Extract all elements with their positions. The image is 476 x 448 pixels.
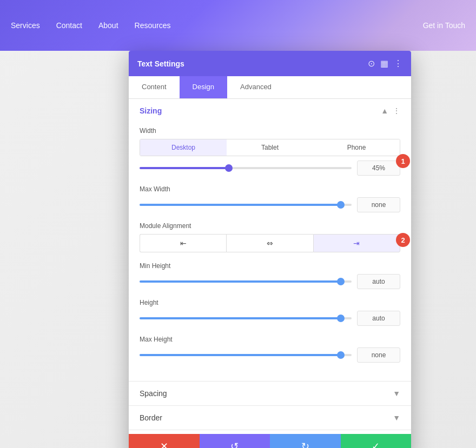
min-height-slider-row: auto (140, 274, 400, 289)
align-left-btn[interactable]: ⇤ (140, 234, 226, 252)
max-height-slider-row: none (140, 347, 400, 363)
width-slider-row: 45% (140, 161, 400, 176)
panel-body: Sizing ▲ ⋮ Width Desktop Tablet Phone (129, 99, 411, 434)
columns-icon[interactable]: ▦ (380, 58, 388, 69)
max-height-slider-thumb[interactable] (337, 351, 345, 359)
min-height-input[interactable]: auto (357, 274, 400, 289)
device-tab-tablet[interactable]: Tablet (227, 139, 313, 156)
width-slider-thumb[interactable] (225, 164, 233, 172)
max-width-slider-track[interactable] (140, 204, 352, 206)
save-button[interactable]: ✓ (341, 434, 412, 448)
min-height-field: Min Height auto (140, 262, 400, 289)
border-title: Border (140, 413, 162, 422)
max-height-input[interactable]: none (357, 347, 400, 363)
sizing-section-toggle[interactable]: ▲ ⋮ (381, 106, 400, 115)
module-alignment-field: Module Alignment ⇤ ⇔ ⇥ 2 (140, 222, 400, 252)
panel-header: Text Settings ⊙ ▦ ⋮ (129, 51, 411, 76)
min-height-label: Min Height (140, 262, 400, 270)
badge-1: 1 (396, 154, 410, 168)
min-height-slider-fill (140, 280, 341, 283)
device-tab-phone[interactable]: Phone (313, 139, 400, 156)
device-tab-desktop[interactable]: Desktop (140, 139, 227, 156)
undo-button[interactable]: ↺ (200, 434, 270, 448)
height-label: Height (140, 299, 400, 306)
spacing-section[interactable]: Spacing ▼ (129, 382, 411, 406)
height-slider-track[interactable] (140, 317, 352, 319)
max-height-slider-track[interactable] (140, 354, 352, 356)
align-right-btn[interactable]: ⇥ (313, 234, 400, 252)
tab-content[interactable]: Content (129, 76, 180, 98)
nav-resources[interactable]: Resources (135, 21, 171, 30)
sizing-section: Sizing ▲ ⋮ Width Desktop Tablet Phone (129, 99, 411, 382)
border-chevron-icon: ▼ (393, 413, 400, 422)
text-settings-panel: Text Settings ⊙ ▦ ⋮ Content Design Advan… (129, 51, 411, 448)
nav-items: Services Contact About Resources (11, 21, 423, 30)
height-slider-thumb[interactable] (337, 315, 345, 322)
width-label: Width (140, 127, 400, 135)
min-height-slider-track[interactable] (140, 280, 352, 283)
tab-design[interactable]: Design (180, 76, 227, 98)
more-icon[interactable]: ⋮ (394, 58, 402, 69)
height-field: Height auto (140, 299, 400, 326)
tab-advanced[interactable]: Advanced (227, 76, 285, 98)
badge-2: 2 (396, 233, 410, 247)
nav-contact[interactable]: Contact (56, 21, 82, 30)
max-height-slider-fill (140, 354, 341, 356)
max-width-input[interactable]: none (357, 197, 400, 212)
max-width-field: Max Width none (140, 185, 400, 212)
chevron-up-icon: ▲ (381, 106, 388, 115)
width-slider-fill (140, 167, 229, 169)
height-slider-row: auto (140, 311, 400, 326)
min-height-slider-thumb[interactable] (337, 278, 345, 285)
max-width-slider-fill (140, 204, 341, 206)
max-width-slider-row: none (140, 197, 400, 212)
cancel-button[interactable]: ✕ (129, 434, 200, 448)
sizing-section-title: Sizing (140, 106, 162, 115)
sizing-section-header[interactable]: Sizing ▲ ⋮ (129, 99, 411, 123)
action-bar: ✕ ↺ ↻ ✓ (129, 434, 411, 448)
panel-header-icons: ⊙ ▦ ⋮ (368, 58, 402, 69)
max-width-label: Max Width (140, 185, 400, 193)
panel-title: Text Settings (137, 59, 184, 68)
box-shadow-section[interactable]: Box Shadow ▼ (129, 430, 411, 434)
alignment-row: ⇤ ⇔ ⇥ (140, 234, 400, 252)
nav-cta[interactable]: Get in Touch (423, 21, 465, 30)
width-device-tabs: Desktop Tablet Phone (140, 139, 400, 156)
nav-bar: Services Contact About Resources Get in … (0, 0, 476, 51)
align-center-btn[interactable]: ⇔ (226, 234, 313, 252)
nav-services[interactable]: Services (11, 21, 40, 30)
viewport-icon[interactable]: ⊙ (368, 58, 375, 69)
spacing-chevron-icon: ▼ (393, 389, 400, 398)
width-slider-track[interactable] (140, 167, 352, 169)
nav-about[interactable]: About (98, 21, 118, 30)
module-alignment-label: Module Alignment (140, 222, 400, 230)
max-height-field: Max Height none (140, 336, 400, 363)
sizing-more-icon[interactable]: ⋮ (393, 106, 400, 115)
sizing-section-content: Width Desktop Tablet Phone 45% (129, 123, 411, 381)
spacing-title: Spacing (140, 389, 167, 398)
border-section[interactable]: Border ▼ (129, 406, 411, 430)
max-width-slider-thumb[interactable] (337, 201, 345, 209)
height-input[interactable]: auto (357, 311, 400, 326)
max-height-label: Max Height (140, 336, 400, 343)
width-input[interactable]: 45% (357, 161, 400, 176)
width-field: Width Desktop Tablet Phone 45% (140, 127, 400, 176)
panel-tabs: Content Design Advanced (129, 76, 411, 99)
redo-button[interactable]: ↻ (270, 434, 341, 448)
height-slider-fill (140, 317, 341, 319)
